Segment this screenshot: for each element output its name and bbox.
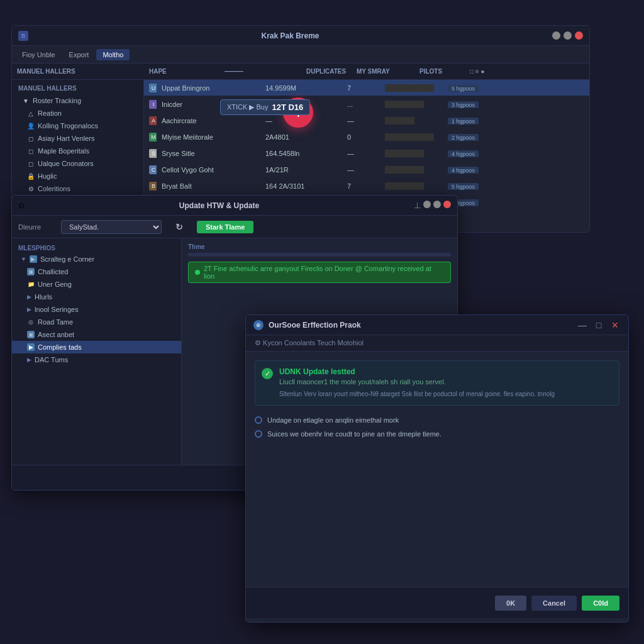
sidebar-label-huglic: Huglic bbox=[38, 172, 57, 180]
row-value: 164 2A/3101 bbox=[260, 182, 342, 190]
row-name: Sryse Sitle bbox=[157, 150, 260, 157]
row-name: Bryat Balt bbox=[157, 182, 260, 190]
row-value: 2A4801 bbox=[260, 133, 342, 141]
source-select[interactable]: SalyStad. bbox=[61, 220, 162, 234]
sidebar-item-reation[interactable]: △ Reation bbox=[12, 107, 143, 119]
row-tag: 3 hgpoos bbox=[448, 101, 479, 108]
status-text-block: UDNK Update lestted Liucll maoncer1 the … bbox=[279, 367, 613, 399]
window-controls bbox=[552, 31, 583, 40]
update-sidebar: Mlesphios ▼ ▶ Scralteg e Corner ▣ Challi… bbox=[12, 238, 182, 465]
sidebar-item-ualque[interactable]: ◻ Ualque Cnonators bbox=[12, 157, 143, 170]
folder-icon: ▶ bbox=[30, 255, 37, 263]
table-row[interactable]: I Inicder ████████ ... ████████ 3 hgpoos bbox=[144, 96, 589, 113]
sidebar-item-kolling[interactable]: 👤 Kolling Trogonalocs bbox=[12, 119, 143, 132]
tooltip-action: XTICK ▶ Buy bbox=[227, 103, 268, 111]
row-name: Aachircrate bbox=[157, 117, 260, 125]
table-row[interactable]: U Uppat Bningron 14.9599M 7 ██████████ 5… bbox=[144, 80, 589, 96]
update-dialog-title: Update HTW & Update bbox=[25, 201, 414, 210]
sidebar-header: Manuel Hallers bbox=[12, 82, 143, 94]
outer-dialog-controls: — □ ✕ bbox=[577, 319, 621, 331]
ds-item-road[interactable]: ◎ Road Tame bbox=[12, 316, 181, 328]
update-minimize-button[interactable] bbox=[423, 201, 431, 208]
arrow-icon: ▶ bbox=[27, 343, 35, 351]
update-sidebar-header: Mlesphios bbox=[12, 241, 181, 253]
table-row[interactable]: C Cellot Vygo Goht 1A/21R — ████████ 4 h… bbox=[144, 162, 589, 178]
col-controls: □ ≡ ● bbox=[465, 68, 589, 75]
table-row[interactable]: A Aachircrate — — ██████ 1 hgpoos bbox=[144, 113, 589, 129]
folder2-icon: 📁 bbox=[27, 280, 35, 288]
option-label-2: Suices we obenhr lne coudt to pine an th… bbox=[267, 430, 441, 438]
filter-icon[interactable]: ⊥ bbox=[414, 201, 421, 210]
ds-item-scralleg[interactable]: ▼ ▶ Scralteg e Corner bbox=[12, 253, 181, 265]
row-value: 164.5458ln bbox=[260, 150, 342, 157]
table-row[interactable]: B Bryat Balt 164 2A/3101 7 ████████ 5 hg… bbox=[144, 178, 589, 194]
col-hape: Hape bbox=[144, 68, 219, 75]
outer-minimize-button[interactable]: — bbox=[577, 319, 588, 331]
col-dup: ——— bbox=[219, 68, 301, 75]
row-icon: A bbox=[149, 116, 157, 125]
status-bar: 2T Fine achenulic arre ganyout Fireclis … bbox=[188, 262, 451, 283]
ds-item-asect[interactable]: ▣ Asect anbet bbox=[12, 328, 181, 341]
app-icon: B bbox=[18, 31, 28, 41]
sidebar-item-coleritions[interactable]: ⚙ Coleritions bbox=[12, 182, 143, 195]
row-name: Mlyise Meiitorale bbox=[157, 133, 260, 141]
ds-item-challicted[interactable]: ▣ Challicted bbox=[12, 265, 181, 278]
ds-item-complies[interactable]: ▶ Complies tads bbox=[12, 341, 181, 353]
ds-label-uner: Uner Geng bbox=[38, 280, 72, 288]
option-row-2: Suices we obenhr lne coudt to pine an th… bbox=[255, 427, 619, 441]
outer-dialog-icon: ⊕ bbox=[253, 320, 264, 330]
sidebar-label-roster: Roster Tracking bbox=[33, 97, 81, 104]
radio-option-1[interactable] bbox=[255, 416, 262, 424]
ds-item-lnool[interactable]: ▶ lnool Seringes bbox=[12, 303, 181, 316]
confirm-button[interactable]: C0ld bbox=[582, 596, 619, 611]
row-icon: B bbox=[149, 182, 157, 191]
ds-label-lnool: lnool Seringes bbox=[35, 306, 79, 313]
status-dot bbox=[195, 270, 200, 275]
row-tag: 4 hgpoos bbox=[448, 150, 479, 157]
table-row[interactable]: S Sryse Sitle 164.5458ln — ████████ 4 hg… bbox=[144, 145, 589, 162]
update-close-button[interactable] bbox=[443, 201, 451, 208]
update-dialog-icon: ⊙ bbox=[18, 201, 25, 210]
maximize-button[interactable] bbox=[564, 31, 572, 40]
expand4-icon: ▶ bbox=[27, 357, 31, 363]
ok-button[interactable]: 0K bbox=[495, 596, 526, 611]
close-button[interactable] bbox=[575, 31, 583, 40]
menu-fioy[interactable]: Fioy Unble bbox=[16, 49, 62, 60]
square2-icon: ◻ bbox=[27, 147, 35, 155]
theme-bar bbox=[188, 253, 451, 257]
row-col2: 7 bbox=[342, 182, 380, 190]
table-row[interactable]: M Mlyise Meiitorale 2A4801 0 ██████████ … bbox=[144, 129, 589, 145]
update-maximize-button[interactable] bbox=[433, 201, 441, 208]
menu-moltho[interactable]: Moltho bbox=[96, 49, 130, 60]
refresh-button[interactable]: ↻ bbox=[167, 219, 192, 235]
lock-icon: 🔒 bbox=[27, 172, 35, 180]
outer-maximize-button[interactable]: □ bbox=[593, 319, 604, 331]
chevron-icon: ▼ bbox=[22, 97, 30, 104]
status-row: ✓ UDNK Update lestted Liucll maoncer1 th… bbox=[255, 360, 619, 406]
menu-export[interactable]: Export bbox=[63, 49, 96, 60]
expand-icon: ▼ bbox=[21, 256, 26, 262]
outer-close-button[interactable]: ✕ bbox=[609, 319, 621, 331]
sidebar-label-asiay: Asiay Hart Venlers bbox=[38, 135, 94, 142]
cancel-button[interactable]: Cancel bbox=[531, 596, 577, 611]
sidebar-item-roster[interactable]: ▼ Roster Tracking bbox=[12, 94, 143, 107]
sidebar-item-maple[interactable]: ◻ Maple Boperitals bbox=[12, 145, 143, 157]
status-detail: Sltenlun Verv loran yourt mitheo-Nθ atar… bbox=[279, 389, 613, 399]
circle-icon: ◎ bbox=[27, 318, 35, 326]
ds-label-hlurls: Hlurls bbox=[35, 293, 52, 301]
update-dialog-titlebar: ⊙ Update HTW & Update ⊥ bbox=[12, 196, 457, 216]
ds-item-hlurls[interactable]: ▶ Hlurls bbox=[12, 291, 181, 303]
sidebar-item-huglic[interactable]: 🔒 Huglic bbox=[12, 170, 143, 182]
sidebar-item-asiay[interactable]: ◻ Asiay Hart Venlers bbox=[12, 132, 143, 145]
minimize-button[interactable] bbox=[552, 31, 560, 40]
ds-item-uner[interactable]: 📁 Uner Geng bbox=[12, 278, 181, 291]
outer-dialog-footer: 0K Cancel C0ld bbox=[246, 587, 628, 618]
radio-option-2[interactable] bbox=[255, 430, 262, 438]
update-dialog-controls: ⊥ bbox=[414, 201, 451, 210]
start-button[interactable]: Stark Tlame bbox=[197, 221, 253, 233]
row-tag: 5 hgpoos bbox=[448, 183, 479, 190]
ds-item-dac[interactable]: ▶ DAC Tums bbox=[12, 353, 181, 366]
row-tag: 5 hgpoos bbox=[448, 85, 479, 92]
outer-dialog: ⊕ OurSooe Erffection Praok — □ ✕ ⚙ Kycon… bbox=[245, 314, 629, 623]
sidebar-label-reation: Reation bbox=[38, 109, 62, 117]
